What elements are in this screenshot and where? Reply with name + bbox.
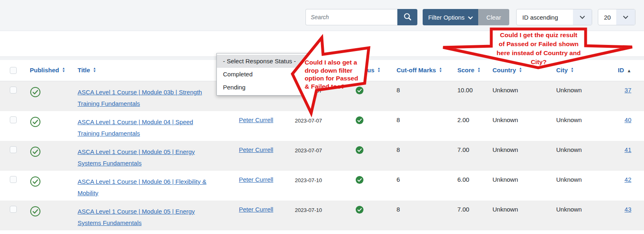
score-value: 7.00 — [452, 141, 488, 171]
published-check-icon[interactable] — [30, 211, 41, 218]
quiz-title-link[interactable]: ASCA Level 1 Course | Module 05 | Energy… — [78, 208, 195, 226]
search-group — [305, 9, 417, 25]
record-id-link[interactable]: 41 — [624, 146, 631, 153]
select-all-checkbox[interactable] — [10, 67, 17, 74]
column-header-country[interactable]: Country▲▼ — [488, 60, 551, 81]
sort-icon: ▲▼ — [519, 67, 522, 73]
completed-check-icon — [356, 178, 363, 185]
table-row: ASCA Level 1 Course | Module 06 | Flexib… — [0, 171, 644, 201]
filter-band: - Select Status - - Select Author - - Se… — [0, 31, 644, 57]
published-check-icon[interactable] — [30, 152, 41, 158]
dropdown-option[interactable]: Pending — [217, 81, 315, 94]
quiz-results-admin-page: Filter Options Clear ID ascending 20 - S… — [0, 0, 644, 234]
score-value: 10.00 — [452, 81, 488, 111]
city-value: Unknown — [551, 81, 613, 111]
table-row: ASCA Level 1 Course | Module 03b | Stren… — [0, 81, 644, 111]
quiz-title-link[interactable]: ASCA Level 1 Course | Module 06 | Flexib… — [78, 178, 206, 196]
table-row: ASCA Level 1 Course | Module 05 | Energy… — [0, 141, 644, 171]
city-value: Unknown — [551, 111, 613, 141]
country-value: Unknown — [488, 111, 551, 141]
country-value: Unknown — [488, 171, 551, 201]
author-link[interactable]: Peter Currell — [239, 176, 273, 183]
completed-check-icon — [356, 148, 363, 155]
column-header-id[interactable]: ID▲ — [613, 60, 644, 81]
clear-label: Clear — [486, 14, 501, 21]
filter-options-label: Filter Options — [428, 14, 464, 21]
sort-order-select[interactable]: ID ascending — [516, 9, 592, 25]
sort-icon: ▲▼ — [62, 67, 65, 73]
chevron-down-icon — [616, 9, 635, 25]
row-checkbox[interactable] — [10, 87, 17, 94]
response-date: 2023-07-10 — [289, 171, 350, 201]
sort-asc-icon: ▲ — [627, 68, 631, 73]
quiz-results-table: Published▲▼ Title▲▼ Status▲▼ Cut-off Mar… — [0, 60, 644, 234]
record-id-link[interactable]: 43 — [624, 206, 631, 213]
list-limit-select[interactable]: 20 — [598, 9, 635, 25]
record-id-link[interactable]: 37 — [624, 87, 631, 94]
quiz-title-link[interactable]: ASCA Level 1 Course | Module 05 | Energy… — [78, 148, 195, 167]
search-button[interactable] — [397, 9, 417, 25]
search-input[interactable] — [305, 9, 397, 25]
city-value: Unknown — [551, 171, 613, 201]
response-date: 2023-07-07 — [289, 111, 350, 141]
column-header-title[interactable]: Title▲▼ — [71, 60, 233, 81]
search-icon — [403, 13, 412, 22]
record-id-link[interactable]: 42 — [624, 176, 631, 183]
row-checkbox[interactable] — [10, 146, 17, 153]
score-value: 6.00 — [452, 171, 488, 201]
published-check-icon[interactable] — [30, 92, 41, 99]
table-body: ASCA Level 1 Course | Module 03b | Stren… — [0, 81, 644, 230]
sort-icon: ▲▼ — [439, 67, 442, 73]
author-link[interactable]: Peter Currell — [239, 116, 273, 123]
country-value: Unknown — [488, 141, 551, 171]
column-header-status[interactable]: Status▲▼ — [350, 60, 391, 81]
country-value: Unknown — [488, 81, 551, 111]
published-check-icon[interactable] — [30, 122, 41, 129]
list-limit-value: 20 — [598, 14, 616, 21]
filter-options-button[interactable]: Filter Options — [423, 9, 478, 25]
column-header-city[interactable]: City▲▼ — [551, 60, 613, 81]
cutoff-marks-value: 8 — [391, 201, 452, 230]
row-checkbox[interactable] — [10, 176, 17, 183]
completed-check-icon — [356, 208, 363, 215]
sort-icon: ▲▼ — [477, 67, 481, 73]
published-check-icon[interactable] — [30, 181, 41, 188]
column-header-cutoff-marks[interactable]: Cut-off Marks▲▼ — [391, 60, 452, 81]
clear-button[interactable]: Clear — [478, 9, 509, 25]
author-link[interactable]: Peter Currell — [239, 146, 273, 153]
city-value: Unknown — [551, 201, 613, 230]
cutoff-marks-value: 8 — [391, 111, 452, 141]
sort-icon: ▲▼ — [93, 67, 96, 73]
sort-icon: ▲▼ — [570, 67, 574, 73]
row-checkbox[interactable] — [10, 116, 17, 123]
completed-check-icon — [356, 118, 363, 125]
column-header-score[interactable]: Score▲▼ — [452, 60, 488, 81]
country-value: Unknown — [488, 201, 551, 230]
chevron-down-icon — [573, 9, 592, 25]
score-value: 7.00 — [452, 201, 488, 230]
record-id-link[interactable]: 40 — [624, 116, 631, 123]
city-value: Unknown — [551, 141, 613, 171]
table-row: ASCA Level 1 Course | Module 05 | Energy… — [0, 201, 644, 230]
column-header-published[interactable]: Published▲▼ — [22, 60, 71, 81]
caret-down-icon — [468, 14, 473, 21]
cutoff-marks-value: 8 — [391, 141, 452, 171]
response-date: 2023-07-07 — [289, 141, 350, 171]
cutoff-marks-value: 6 — [391, 171, 452, 201]
dropdown-option[interactable]: - Select Response Status - — [217, 55, 315, 68]
table-row: ASCA Level 1 Course | Module 04 | Speed … — [0, 111, 644, 141]
table-header-row: Published▲▼ Title▲▼ Status▲▼ Cut-off Mar… — [0, 60, 644, 81]
cutoff-marks-value: 8 — [391, 81, 452, 111]
response-date: 2023-07-10 — [289, 201, 350, 230]
dropdown-option[interactable]: Completed — [217, 68, 315, 81]
response-status-dropdown-list: - Select Response Status -CompletedPendi… — [216, 53, 316, 96]
author-link[interactable]: Peter Currell — [239, 206, 273, 213]
completed-check-icon — [356, 89, 363, 96]
row-checkbox[interactable] — [10, 206, 17, 213]
toolbar: Filter Options Clear ID ascending 20 — [0, 0, 644, 31]
sort-icon: ▲▼ — [377, 67, 381, 73]
quiz-title-link[interactable]: ASCA Level 1 Course | Module 03b | Stren… — [78, 89, 202, 107]
score-value: 2.00 — [452, 111, 488, 141]
sort-order-value: ID ascending — [517, 14, 573, 21]
quiz-title-link[interactable]: ASCA Level 1 Course | Module 04 | Speed … — [78, 118, 193, 137]
